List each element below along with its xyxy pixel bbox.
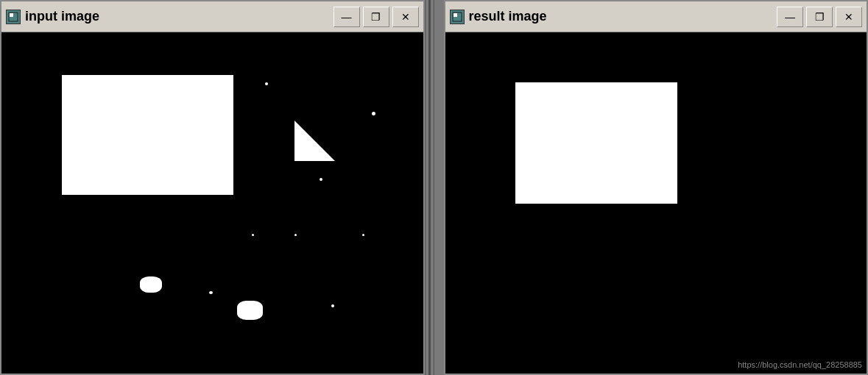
input-close-button[interactable]: ✕ [392,7,419,27]
noise-dot-4 [252,234,254,236]
result-main-rect [515,82,677,204]
noise-dot-1 [265,82,268,85]
noise-dot-6 [362,234,364,236]
result-title-bar: result image — ❐ ✕ [445,1,867,32]
noise-dot-3 [320,178,322,181]
input-canvas [1,32,423,374]
input-minimize-button[interactable]: — [334,7,360,27]
watermark-text: https://blog.csdn.net/qq_28258885 [738,360,862,369]
blob-2 [237,301,263,320]
input-image-window: input image — ❐ ✕ [0,0,425,375]
result-window-icon [450,10,465,24]
window-divider [425,0,434,375]
noise-dot-2 [372,112,375,115]
result-canvas: https://blog.csdn.net/qq_28258885 [445,32,867,374]
svg-rect-1 [10,13,13,17]
result-image-window: result image — ❐ ✕ https://blog.csdn.net… [444,0,869,375]
input-restore-button[interactable]: ❐ [363,7,389,27]
noise-dot-5 [294,234,297,236]
result-window-controls: — ❐ ✕ [777,7,862,27]
input-window-controls: — ❐ ✕ [334,7,419,27]
triangle-shape [294,121,335,161]
result-minimize-button[interactable]: — [777,7,803,27]
input-title-bar: input image — ❐ ✕ [1,1,423,32]
noise-dot-8 [331,304,334,307]
input-window-icon [6,10,21,24]
result-close-button[interactable]: ✕ [836,7,862,27]
blob-1 [140,276,162,293]
result-window-title: result image [469,9,777,24]
input-main-rect [62,75,233,195]
noise-dot-7 [209,291,213,294]
svg-rect-3 [454,13,457,17]
result-restore-button[interactable]: ❐ [806,7,833,27]
input-window-title: input image [25,9,334,24]
